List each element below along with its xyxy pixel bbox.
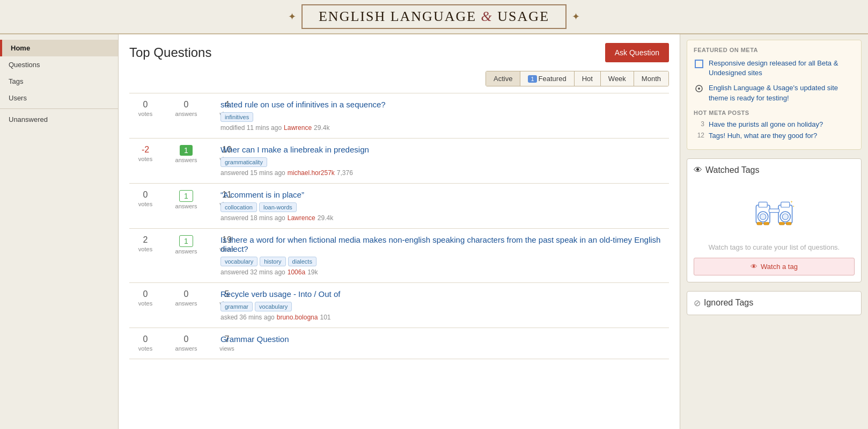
watched-tags-box: 👁 Watched Tags xyxy=(687,158,862,282)
question-user[interactable]: Lawrence xyxy=(288,214,315,222)
answers-label: answers xyxy=(175,203,197,209)
question-title[interactable]: Is there a word for when fictional media… xyxy=(220,235,669,253)
svg-rect-16 xyxy=(779,222,785,225)
tab-hot[interactable]: Hot xyxy=(575,71,601,86)
answers-block: 1 answers xyxy=(170,190,202,210)
question-body: Recycle verb usage - Into / Out of gramm… xyxy=(220,289,669,321)
tags-row: infinitives xyxy=(220,112,669,122)
question-title[interactable]: Wher can I make a linebreak in predesign xyxy=(220,145,669,154)
tags-row: collocationloan-words xyxy=(220,202,669,212)
site-logo[interactable]: ENGLISH LANGUAGE & USAGE xyxy=(301,4,567,29)
question-tag[interactable]: infinitives xyxy=(220,112,253,122)
question-meta: answered 15 mins ago michael.hor257k 7,3… xyxy=(220,169,669,177)
answer-count: 0 xyxy=(170,289,202,299)
meta-item-2: English Language & Usage's updated site … xyxy=(694,83,855,103)
question-user[interactable]: Lawrence xyxy=(284,124,312,132)
votes-label: votes xyxy=(138,300,152,307)
main-content: Top Questions Ask Question Active 1Featu… xyxy=(118,34,680,429)
question-stats-row: 0 votes 0 answers 7 views xyxy=(129,335,220,352)
votes-label: votes xyxy=(138,201,152,207)
question-tag[interactable]: history xyxy=(260,257,285,266)
hot-meta-text-1[interactable]: Have the purists all gone on holiday? xyxy=(709,120,823,128)
sidebar-item-unanswered[interactable]: Unanswered xyxy=(0,111,118,128)
featured-badge: 1 xyxy=(528,75,536,83)
tab-month[interactable]: Month xyxy=(634,71,668,86)
deco-right: ✦ xyxy=(572,11,580,23)
question-tag[interactable]: vocabulary xyxy=(255,302,292,311)
votes-label: votes xyxy=(138,156,152,162)
question-body: Grammar Question xyxy=(220,335,669,347)
tab-week[interactable]: Week xyxy=(601,71,634,86)
deco-left: ✦ xyxy=(288,11,296,23)
votes-block: -2 votes xyxy=(129,145,161,163)
sidebar-item-tags[interactable]: Tags xyxy=(0,73,118,90)
logo-part2: USAGE xyxy=(497,9,549,24)
eye-icon: 👁 xyxy=(694,165,702,175)
question-tag[interactable]: loan-words xyxy=(259,202,297,212)
answers-label: answers xyxy=(175,300,197,307)
watched-tags-label: Watched Tags xyxy=(705,165,760,175)
user-rep: 7,376 xyxy=(337,169,353,177)
svg-rect-17 xyxy=(786,222,791,225)
svg-text:✦: ✦ xyxy=(790,200,793,203)
question-tag[interactable]: dialects xyxy=(288,257,317,266)
question-item: 2 votes 1 answers 19 views Is there a wo… xyxy=(129,229,669,283)
question-tag[interactable]: vocabulary xyxy=(220,257,258,266)
question-title[interactable]: “A comment is in place” xyxy=(220,190,669,199)
votes-block: 2 votes xyxy=(129,235,161,253)
hot-meta-text-2[interactable]: Tags! Huh, what are they good for? xyxy=(709,132,817,140)
vote-count: 0 xyxy=(129,289,161,299)
answer-count: 1 xyxy=(179,190,193,202)
ask-question-button[interactable]: Ask Question xyxy=(605,43,669,62)
votes-block: 0 votes xyxy=(129,335,161,352)
votes-block: 0 votes xyxy=(129,289,161,307)
answers-block: 0 answers xyxy=(170,289,202,307)
votes-block: 0 votes xyxy=(129,190,161,208)
tab-featured[interactable]: 1Featured xyxy=(520,71,574,86)
answers-label: answers xyxy=(175,345,197,352)
ignored-tags-box: ⊘ Ignored Tags xyxy=(687,291,862,315)
meta-text-1[interactable]: Responsive design released for all Beta … xyxy=(709,59,855,78)
questions-list: 0 votes 0 answers 4 views stated rule on… xyxy=(129,93,669,359)
question-body: Wher can I make a linebreak in predesign… xyxy=(220,145,669,177)
question-item: 0 votes 1 answers 11 views “A comment is… xyxy=(129,184,669,229)
question-meta-text: modified 11 mins ago xyxy=(220,124,282,132)
sidebar-item-users[interactable]: Users xyxy=(0,90,118,106)
answers-block: 0 answers xyxy=(170,100,202,118)
logo-part1: ENGLISH LANGUAGE xyxy=(319,9,476,24)
answers-label: answers xyxy=(175,157,197,163)
user-rep: 29.4k xyxy=(318,214,333,222)
watch-tag-button[interactable]: 👁 Watch a tag xyxy=(694,258,855,275)
question-tag[interactable]: grammar xyxy=(220,302,253,311)
question-title[interactable]: Grammar Question xyxy=(220,335,669,344)
question-meta-text: answered 18 mins ago xyxy=(220,214,285,222)
tags-row: grammarvocabulary xyxy=(220,302,669,311)
ignored-tags-label: Ignored Tags xyxy=(704,298,753,308)
svg-rect-15 xyxy=(764,222,769,225)
question-title[interactable]: Recycle verb usage - Into / Out of xyxy=(220,289,669,299)
answers-block: 1 answers xyxy=(170,145,202,164)
tags-row: vocabularyhistorydialects xyxy=(220,257,669,266)
answer-count: 1 xyxy=(180,145,193,156)
ornament-icon xyxy=(694,83,704,94)
svg-text:✦: ✦ xyxy=(792,205,795,208)
question-user[interactable]: bruno.bologna xyxy=(277,314,318,321)
user-rep: 19k xyxy=(307,268,318,276)
question-body: “A comment is in place” collocationloan-… xyxy=(220,190,669,222)
question-meta-text: answered 15 mins ago xyxy=(220,169,285,177)
tab-active[interactable]: Active xyxy=(486,71,520,86)
answers-label: answers xyxy=(175,248,197,255)
question-title[interactable]: stated rule on use of infinitives in a s… xyxy=(220,100,669,109)
sidebar: Home Questions Tags Users Unanswered xyxy=(0,34,118,429)
main-layout: Home Questions Tags Users Unanswered Top… xyxy=(0,34,868,429)
question-item: 0 votes 0 answers 4 views stated rule on… xyxy=(129,93,669,139)
question-user[interactable]: 1006a xyxy=(288,268,305,276)
svg-rect-14 xyxy=(757,222,762,225)
sidebar-item-home[interactable]: Home xyxy=(0,40,118,56)
meta-text-2[interactable]: English Language & Usage's updated site … xyxy=(709,83,855,103)
question-user[interactable]: michael.hor257k xyxy=(288,169,335,177)
question-stats-row: 0 votes 1 answers 11 views xyxy=(129,190,220,210)
question-tag[interactable]: collocation xyxy=(220,202,257,212)
question-tag[interactable]: grammaticality xyxy=(220,157,267,167)
sidebar-item-questions[interactable]: Questions xyxy=(0,56,118,73)
